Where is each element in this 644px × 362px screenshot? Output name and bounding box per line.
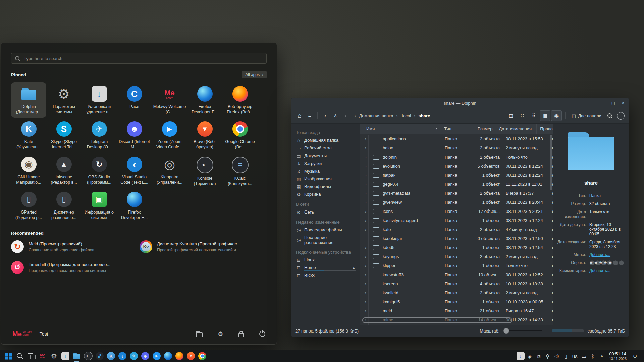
icons-view-button[interactable]: ∷	[517, 110, 528, 121]
pinned-app-tile[interactable]: ‹ Visual Studio Code (Text E...	[117, 153, 152, 188]
night-color-icon[interactable]: ⚲	[543, 350, 552, 362]
pinned-app-tile[interactable]: Google Chrome (Be...	[222, 118, 258, 153]
pinned-app-tile[interactable]: Firefox Developer E...	[187, 82, 222, 118]
details-view-button[interactable]: ≣	[540, 110, 550, 121]
file-row[interactable]: kcookiejar Папка 0 объектов 08.11.2023 в…	[360, 234, 553, 243]
brave-icon[interactable]: ▼	[185, 350, 197, 362]
clock[interactable]: 00:51:14 13.11.2023	[609, 351, 627, 361]
expander-icon[interactable]: ›	[365, 191, 372, 196]
expander-icon[interactable]: ›	[365, 290, 372, 295]
search-input[interactable]	[23, 56, 263, 61]
updates-icon[interactable]: ↓	[516, 350, 525, 362]
power-button[interactable]	[259, 331, 265, 337]
places-button[interactable]: ◒	[305, 111, 315, 121]
pinned-app-tile[interactable]: ◉ GNU Image Manipulatio...	[11, 153, 46, 188]
telegram-icon[interactable]: ✈	[128, 350, 140, 362]
place[interactable]: ♫ Музыка	[291, 167, 360, 175]
minimize-button[interactable]: –	[602, 101, 605, 105]
maximize-button[interactable]: ▢	[611, 101, 615, 105]
file-row[interactable]: › gegl-0.4 Папка 1 объект 11.11.2023 в 1…	[360, 180, 553, 189]
pinned-app-tile[interactable]: ⚙ Параметры системы	[46, 82, 82, 118]
place[interactable]: ⌂ Домашняя папка	[291, 136, 360, 144]
up-button[interactable]: ∧	[330, 111, 340, 121]
titlebar[interactable]: share — Dolphin – ▢ ×	[291, 98, 629, 108]
pinned-app-tile[interactable]: = KCalc (Калькулят...	[222, 153, 258, 188]
zoom-slider[interactable]	[503, 330, 542, 331]
file-row[interactable]: › kactivitymanagerd Папка 1 объект 08.11…	[360, 216, 553, 225]
pinned-app-tile[interactable]: C Pace	[117, 82, 152, 118]
expander-icon[interactable]: ›	[365, 209, 372, 214]
file-row[interactable]: › flatpak Папка 1 объект 08.11.2023 в 12…	[360, 171, 553, 180]
pager-icon[interactable]	[25, 350, 37, 362]
property-value[interactable]: Только что	[589, 209, 625, 219]
property-value[interactable]: ★★★★★	[589, 260, 625, 265]
pinned-app-tile[interactable]: ▶ Zoom (Zoom Video Confe...	[152, 118, 187, 153]
place[interactable]: Точки входа	[291, 126, 360, 136]
settings-button[interactable]: ⚙	[218, 330, 223, 338]
recommended-item[interactable]: Kv Диспетчер Kvantum (Простой графичес..…	[140, 240, 267, 253]
pinned-app-tile[interactable]: ▲ Inkscape (Редактор в...	[46, 153, 82, 188]
pinned-app-tile[interactable]: Me LAWY Melawy Welcome (C...	[152, 82, 187, 118]
expander-icon[interactable]: ›	[365, 245, 372, 250]
expander-icon[interactable]: ›	[365, 263, 372, 268]
menu-button[interactable]: ⋯	[615, 111, 626, 121]
pinned-app-tile[interactable]: Dolphin (Диспетчер...	[11, 82, 46, 118]
property-value[interactable]: Папка	[589, 193, 625, 198]
file-row[interactable]: › kwalletd Папка 2 объекта 2 минуты наза…	[360, 288, 553, 297]
two-panels-button[interactable]: ◫ Две панели	[569, 110, 604, 121]
chrome-icon[interactable]	[197, 350, 208, 362]
file-row[interactable]: › applications Папка 2 объекта 08.11.202…	[360, 134, 553, 143]
expander-icon[interactable]: ›	[365, 254, 372, 259]
recommended-item[interactable]: ↻ Meld (Просмотр различий) Сравнение и о…	[11, 240, 138, 253]
place[interactable]: ◷ Последние файлы	[291, 226, 360, 234]
pinned-app-tile[interactable]: ▯ GParted (Редактор р...	[11, 188, 46, 223]
vertical-scrollbar[interactable]	[550, 135, 552, 190]
all-apps-button[interactable]: All apps ›	[242, 71, 267, 78]
pinned-app-tile[interactable]: ▼ Brave (Веб-браузер)	[187, 118, 222, 153]
dolphin-icon[interactable]	[71, 350, 83, 362]
split-view-button[interactable]: ⊞	[505, 110, 516, 121]
property-value[interactable]: Среда, 8 ноября 2023 г. в 12:23	[589, 240, 625, 249]
file-row[interactable]: › gwenview Папка 1 объект 08.11.2023 в 2…	[360, 198, 553, 207]
breadcrumb-item[interactable]: › share	[414, 113, 430, 118]
pinned-app-tile[interactable]: ✈ Telegram Desktop (O...	[82, 118, 117, 153]
close-button[interactable]: ×	[622, 101, 624, 105]
property-value[interactable]: Добавить...	[589, 268, 625, 273]
firefox-icon[interactable]	[174, 350, 185, 362]
home-button[interactable]: ⌂	[294, 111, 305, 121]
expander-icon[interactable]: ›	[365, 145, 372, 150]
column-permissions[interactable]: Права	[536, 124, 553, 134]
screen-lock-icon[interactable]: ▭	[579, 350, 588, 362]
start-button[interactable]	[3, 350, 14, 362]
place[interactable]: ♻ Корзина	[291, 190, 360, 198]
pinned-app-tile[interactable]: ◎ Kleopatra (Управлени...	[152, 153, 187, 188]
preview-toggle-button[interactable]: ◉	[551, 110, 562, 121]
firefox-dev-icon[interactable]	[162, 350, 174, 362]
expander-icon[interactable]: ›	[365, 308, 372, 313]
place[interactable]: ⊟ Linux	[291, 256, 360, 264]
zoom-slider-knob[interactable]	[503, 328, 509, 334]
kate-icon[interactable]: K	[105, 350, 117, 362]
file-row[interactable]: › klipper Папка 1 объект Только что drw	[360, 261, 553, 270]
vscode-icon[interactable]: ‹	[117, 350, 128, 362]
expander-icon[interactable]: ›	[365, 182, 372, 187]
search-bar[interactable]	[11, 53, 267, 64]
place[interactable]: ▦ Видеофайлы	[291, 183, 360, 190]
column-size[interactable]: Размер	[467, 124, 495, 134]
property-value[interactable]: 32 объекта	[589, 201, 625, 206]
pinned-app-tile[interactable]: ↻ OBS Studio (Программ...	[82, 153, 117, 188]
melawy-icon[interactable]: Me LAWY	[37, 350, 48, 362]
compact-view-button[interactable]: ⠿	[528, 110, 539, 121]
file-row[interactable]: › keyrings Папка 2 объекта 2 минуты наза…	[360, 252, 553, 261]
lock-button[interactable]	[238, 333, 244, 337]
place[interactable]: В сети	[291, 198, 360, 208]
device-icon[interactable]: ▯	[561, 350, 570, 362]
notifications-bell-icon[interactable]: Ω	[631, 353, 639, 359]
terminal-app-icon[interactable]: ▞	[94, 350, 105, 362]
expander-icon[interactable]: ›	[365, 136, 372, 141]
place[interactable]: ↧ Загрузки	[291, 160, 360, 167]
place[interactable]: ▭ Рабочий стол	[291, 144, 360, 152]
forward-button[interactable]: ›	[340, 111, 351, 121]
expander-icon[interactable]: ›	[365, 173, 372, 178]
pinned-app-tile[interactable]: >_ Konsole (Терминал)	[187, 153, 222, 188]
